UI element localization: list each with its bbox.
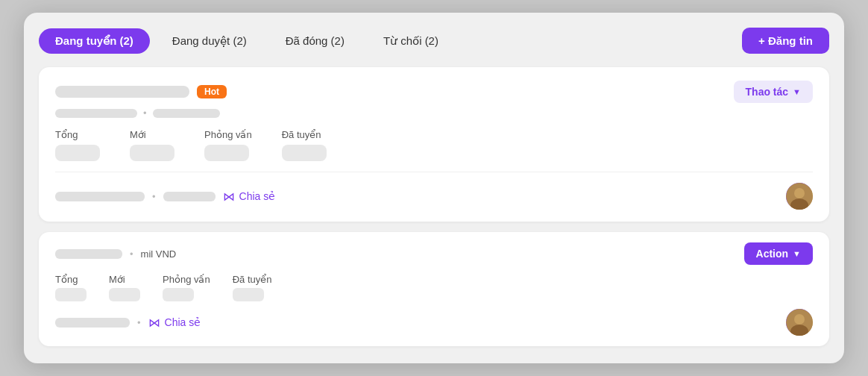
action-button-2[interactable]: Action ▼ [744,242,813,265]
stat-tong-value-2 [55,288,87,301]
share-button-2[interactable]: ⋈ Chia sẻ [148,316,201,330]
footer-placeholder-1a [55,192,145,201]
stat-tong-label-1: Tổng [55,129,100,140]
stat-datuyen-1: Đã tuyển [282,129,327,161]
tab-da-dong[interactable]: Đã đóng (2) [269,28,361,53]
main-window: Đang tuyển (2) Đang duyệt (2) Đã đóng (2… [24,13,844,363]
card-title-area-2: • mil VND [55,248,176,260]
avatar-img-2 [786,309,813,336]
footer-dot-1: • [152,191,156,202]
svg-point-1 [794,188,805,198]
share-label-2: Chia sẻ [165,316,201,328]
stat-phongvan-2: Phỏng vấn [163,274,210,301]
card-header-2: • mil VND Action ▼ [55,242,813,265]
cards-area: Hot Thao tác ▼ • Tổng Mới [39,67,829,346]
stat-phongvan-label-1: Phỏng vấn [204,129,252,140]
card-sub-1: • [55,107,813,119]
chevron-down-icon: ▼ [793,87,801,96]
stat-tong-1: Tổng [55,129,100,161]
stat-tong-value-1 [55,145,100,161]
stat-phongvan-value-2 [163,288,194,301]
card-footer-2: • ⋈ Chia sẻ [55,309,813,336]
thao-tac-button[interactable]: Thao tác ▼ [734,81,813,103]
tabs-row: Đang tuyển (2) Đang duyệt (2) Đã đóng (2… [39,28,829,54]
card-header-1: Hot Thao tác ▼ [55,81,813,103]
card-footer-1: • ⋈ Chia sẻ [55,183,813,210]
svg-point-4 [794,314,805,325]
avatar-1 [786,183,813,210]
stats-row-2: Tổng Mới Phỏng vấn Đã tuyển [55,274,813,301]
chevron-down-icon-2: ▼ [793,249,801,258]
stat-moi-value-1 [130,145,174,161]
sub-placeholder-1a [55,109,137,118]
stat-tong-2: Tổng [55,274,87,301]
footer-placeholder-2a [55,318,130,328]
stat-moi-label-2: Mới [109,274,140,285]
share-label-1: Chia sẻ [239,190,276,202]
stat-moi-1: Mới [130,129,174,161]
job-card-1: Hot Thao tác ▼ • Tổng Mới [39,67,829,222]
thao-tac-label: Thao tác [746,86,789,98]
stats-row-1: Tổng Mới Phỏng vấn Đã tuyển [55,129,813,172]
stat-phongvan-1: Phỏng vấn [204,129,252,161]
job-title-placeholder-1 [55,86,189,98]
stat-moi-2: Mới [109,274,140,301]
stat-tong-label-2: Tổng [55,274,87,285]
tab-tu-choi[interactable]: Từ chối (2) [367,28,455,54]
stat-datuyen-value-1 [282,145,327,161]
stat-moi-label-1: Mới [130,129,174,140]
stat-phongvan-value-1 [204,145,249,161]
stat-moi-value-2 [109,288,140,301]
stat-phongvan-label-2: Phỏng vấn [163,274,210,285]
share-icon-1: ⋈ [223,189,235,204]
footer-placeholder-1b [163,192,216,201]
avatar-2 [786,309,813,336]
stat-datuyen-2: Đã tuyển [233,274,272,301]
tab-dang-tuyen[interactable]: Đang tuyển (2) [39,28,150,54]
stat-datuyen-label-1: Đã tuyển [282,129,327,140]
action-label-2: Action [756,248,789,260]
card2-placeholder-a [55,249,122,259]
stat-datuyen-value-2 [233,288,264,301]
avatar-img-1 [786,183,813,210]
share-button-1[interactable]: ⋈ Chia sẻ [223,189,276,204]
sub-placeholder-1b [153,109,220,118]
post-job-button[interactable]: + Đăng tin [742,28,829,54]
footer-dot-2: • [137,317,141,328]
dot-2: • [130,248,133,260]
card-title-area-1: Hot [55,85,227,98]
stat-datuyen-label-2: Đã tuyển [233,274,272,285]
footer-left-1: • ⋈ Chia sẻ [55,189,275,204]
job-card-2: • mil VND Action ▼ Tổng Mới Phỏn [39,232,829,346]
share-icon-2: ⋈ [148,316,160,330]
dot-separator-1: • [143,107,147,119]
hot-badge: Hot [197,85,227,98]
footer-left-2: • ⋈ Chia sẻ [55,316,201,330]
tab-dang-duyet[interactable]: Đang duyệt (2) [156,28,263,54]
salary-text-2: mil VND [141,248,177,260]
